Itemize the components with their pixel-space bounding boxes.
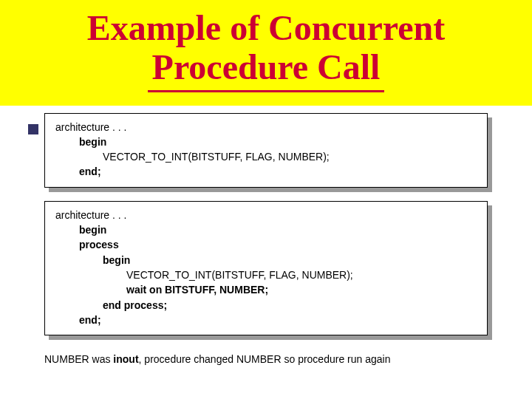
title-band: Example of Concurrent Procedure Call	[0, 0, 532, 106]
code-line: architecture . . .	[55, 120, 477, 134]
code-box-1-body: architecture . . . begin VECTOR_TO_INT(B…	[44, 113, 488, 188]
footer-post: , procedure changed NUMBER so procedure …	[139, 353, 391, 365]
slide-title: Example of Concurrent Procedure Call	[15, 9, 517, 92]
title-line-1: Example of Concurrent	[87, 8, 445, 47]
code-line: wait on BITSTUFF, NUMBER;	[55, 282, 477, 297]
code-line: begin	[55, 253, 477, 267]
code-line: architecture . . .	[55, 208, 477, 222]
footer-keyword: inout	[113, 353, 138, 365]
code-line: end;	[55, 164, 477, 179]
code-line: end process;	[55, 298, 477, 313]
footer-note: NUMBER was inout, procedure changed NUMB…	[0, 349, 532, 365]
code-line: VECTOR_TO_INT(BITSTUFF, FLAG, NUMBER);	[55, 267, 477, 282]
code-line: process	[55, 237, 477, 252]
code-line: begin	[55, 222, 477, 237]
title-line-2: Procedure Call	[148, 48, 385, 92]
footer-pre: NUMBER was	[44, 353, 113, 365]
code-box-2: architecture . . . begin process begin V…	[44, 201, 488, 335]
code-line: end;	[55, 313, 477, 327]
code-box-1: architecture . . . begin VECTOR_TO_INT(B…	[44, 113, 488, 188]
bullet-marker	[28, 124, 38, 134]
code-area: architecture . . . begin VECTOR_TO_INT(B…	[0, 106, 532, 336]
code-line: VECTOR_TO_INT(BITSTUFF, FLAG, NUMBER);	[55, 149, 477, 164]
code-line: begin	[55, 134, 477, 149]
code-box-2-body: architecture . . . begin process begin V…	[44, 201, 488, 335]
